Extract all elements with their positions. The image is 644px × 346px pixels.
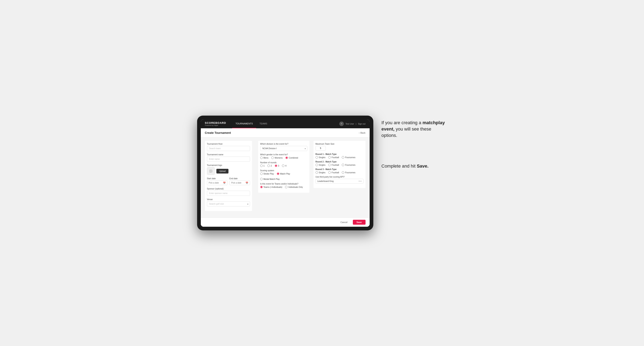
round-3-option[interactable]: 3: [275, 165, 279, 167]
api-tag-remove[interactable]: ✕ ▾: [358, 180, 362, 182]
date-row: Start date 📅 End date: [207, 177, 250, 185]
upload-button[interactable]: Upload: [216, 169, 229, 173]
round3-foursomes-radio[interactable]: [342, 171, 344, 174]
round2-match-type-radio-group: Singles Fourball Foursomes: [316, 164, 364, 166]
api-value: Leaderboard King: [318, 180, 334, 182]
svg-point-1: [210, 171, 210, 171]
navbar: SCOREBOARD Powered by clippit TOURNAMENT…: [201, 119, 370, 128]
round3-foursomes-option[interactable]: Foursomes: [342, 171, 355, 174]
navbar-brand: SCOREBOARD Powered by clippit: [205, 121, 226, 126]
round2-foursomes-radio[interactable]: [342, 164, 344, 166]
stroke-play-label: Stroke Play: [264, 173, 274, 175]
logo-placeholder: [207, 167, 215, 175]
page-title: Create Tournament: [205, 131, 231, 134]
page-content: Create Tournament ‹ Back Tournament Host: [201, 128, 370, 227]
tournament-host-input[interactable]: [207, 146, 250, 151]
round2-fourball-radio[interactable]: [328, 164, 331, 166]
tournament-host-label: Tournament Host: [207, 143, 250, 145]
middle-section: Which division is the event for? NCAA Di…: [258, 141, 310, 193]
round3-match-type-label: Round 3 - Match Type: [316, 168, 364, 171]
back-link[interactable]: ‹ Back: [359, 132, 365, 134]
tablet-screen: SCOREBOARD Powered by clippit TOURNAMENT…: [201, 119, 370, 227]
sign-out-link[interactable]: Sign out: [358, 123, 366, 125]
round2-fourball-option[interactable]: Fourball: [328, 164, 339, 166]
individuals-option[interactable]: Individuals Only: [285, 186, 303, 188]
round2-foursomes-option[interactable]: Foursomes: [342, 164, 355, 166]
gender-womens-option[interactable]: Womens: [271, 157, 282, 159]
right-section: Maximum Team Size Round 1 - Match Type S…: [314, 141, 366, 188]
annotation-top: If you are creating a matchplay event, y…: [382, 120, 447, 139]
round-1-radio[interactable]: [260, 165, 263, 167]
round1-fourball-radio[interactable]: [328, 156, 331, 159]
round2-singles-option[interactable]: Singles: [316, 164, 326, 166]
round1-fourball-option[interactable]: Fourball: [328, 156, 339, 159]
gender-combined-label: Combined: [289, 157, 298, 159]
tab-teams[interactable]: TEAMS: [256, 119, 270, 128]
left-section: Tournament Host Tournament name Tourname…: [205, 141, 252, 211]
max-team-size-input[interactable]: [316, 146, 326, 151]
back-label: Back: [360, 132, 365, 134]
save-button[interactable]: Save: [353, 220, 366, 225]
round3-singles-option[interactable]: Singles: [316, 171, 326, 174]
team-individual-group: Is this event for Teams and/or Individua…: [260, 183, 307, 188]
cancel-button[interactable]: Cancel: [337, 220, 351, 225]
rounds-radio-group: 1 2 3: [260, 165, 307, 167]
match-play-option[interactable]: Match Play: [277, 173, 290, 175]
rounds-label: Number of rounds: [260, 162, 307, 164]
individuals-radio[interactable]: [285, 186, 288, 188]
gender-combined-radio[interactable]: [286, 157, 288, 159]
round1-singles-option[interactable]: Singles: [316, 156, 326, 159]
teams-option[interactable]: Teams (+Individuals): [260, 186, 282, 188]
individuals-label: Individuals Only: [288, 186, 303, 188]
start-date-wrapper: 📅: [207, 180, 228, 185]
round-4-option[interactable]: 4: [282, 165, 286, 167]
stroke-play-radio[interactable]: [260, 173, 263, 175]
tournament-name-input[interactable]: [207, 157, 250, 162]
round-2-option[interactable]: 2: [268, 165, 272, 167]
api-select-tag[interactable]: Leaderboard King ✕ ▾: [316, 179, 364, 183]
annotation-area: If you are creating a matchplay event, y…: [382, 116, 447, 170]
round2-foursomes-label: Foursomes: [345, 164, 355, 166]
start-date-group: Start date 📅: [207, 177, 228, 185]
team-individual-label: Is this event for Teams and/or Individua…: [260, 183, 307, 185]
venue-input[interactable]: [207, 201, 250, 206]
gender-womens-radio[interactable]: [271, 157, 274, 159]
gender-mens-radio[interactable]: [260, 157, 263, 159]
round3-singles-label: Singles: [319, 172, 326, 174]
gender-mens-option[interactable]: Mens: [260, 157, 268, 159]
round1-singles-label: Singles: [319, 156, 326, 159]
round-1-option[interactable]: 1: [260, 165, 265, 167]
tab-tournaments[interactable]: TOURNAMENTS: [232, 119, 256, 128]
sponsor-input[interactable]: [207, 191, 250, 196]
form-body: Tournament Host Tournament name Tourname…: [201, 138, 370, 216]
round2-singles-label: Singles: [319, 164, 326, 166]
round-4-label: 4: [285, 165, 286, 167]
round3-fourball-radio[interactable]: [328, 171, 331, 174]
division-group: Which division is the event for? NCAA Di…: [260, 143, 307, 151]
gender-combined-option[interactable]: Combined: [286, 157, 298, 159]
division-select[interactable]: NCAA Division I: [260, 146, 307, 151]
round1-fourball-label: Fourball: [332, 156, 339, 159]
round1-foursomes-option[interactable]: Foursomes: [342, 156, 355, 159]
round-2-radio[interactable]: [268, 165, 270, 167]
round3-fourball-label: Fourball: [332, 172, 339, 174]
round2-match-type-section: Round 2 - Match Type Singles Fourball: [316, 161, 364, 166]
stroke-play-option[interactable]: Stroke Play: [260, 173, 274, 175]
round-4-radio[interactable]: [282, 165, 284, 167]
round3-foursomes-label: Foursomes: [345, 172, 355, 174]
brand-name: SCOREBOARD: [205, 121, 226, 124]
round1-foursomes-radio[interactable]: [342, 156, 344, 159]
medal-match-play-option[interactable]: Medal Match Play: [260, 178, 280, 180]
round3-singles-radio[interactable]: [316, 171, 318, 174]
round3-fourball-option[interactable]: Fourball: [328, 171, 339, 174]
teams-radio[interactable]: [260, 186, 263, 188]
medal-match-play-radio[interactable]: [260, 178, 263, 180]
round1-singles-radio[interactable]: [316, 156, 318, 159]
venue-label: Venue: [207, 198, 250, 200]
match-play-radio[interactable]: [277, 173, 279, 175]
round2-singles-radio[interactable]: [316, 164, 318, 166]
round-3-radio[interactable]: [275, 165, 277, 167]
navbar-right: T Test User | Sign out: [339, 122, 366, 126]
teams-label: Teams (+Individuals): [264, 186, 282, 188]
end-date-group: End date 📅: [230, 177, 250, 185]
